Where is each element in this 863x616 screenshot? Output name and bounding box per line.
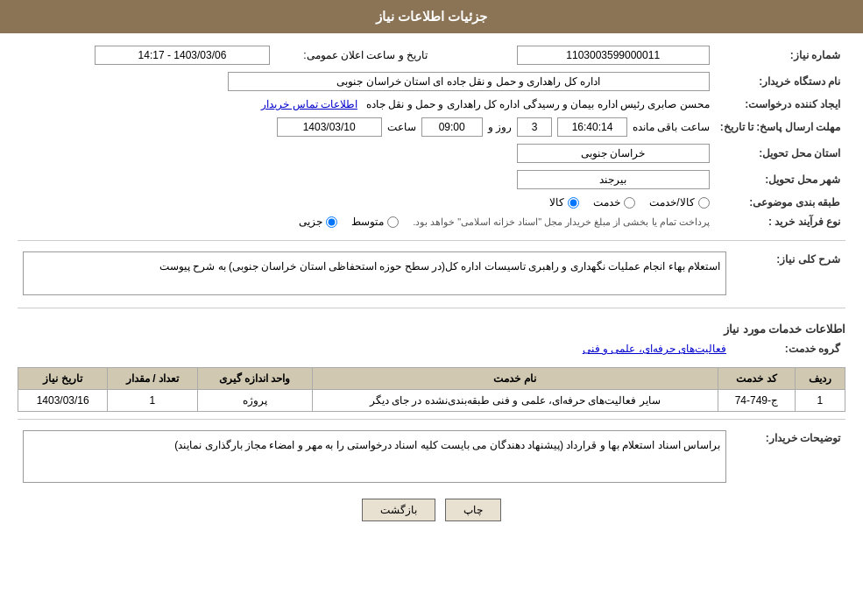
- cell-service-name: سایر فعالیت‌های حرفه‌ای، علمی و فنی طبقه…: [312, 390, 718, 412]
- buyer-org-value: اداره کل راهداری و حمل و نقل جاده ای است…: [228, 72, 710, 91]
- services-section-title: اطلاعات خدمات مورد نیاز: [18, 322, 845, 336]
- service-group-table: گروه خدمت: فعالیت‌های حرفه‌ای، علمی و فن…: [18, 339, 845, 358]
- description-row: شرح کلی نیاز: استعلام بهاء انجام عملیات …: [18, 248, 845, 299]
- category-radio-kala-khedmat[interactable]: [698, 197, 710, 209]
- services-data-table: ردیف کد خدمت نام خدمت واحد اندازه گیری ت…: [18, 367, 845, 412]
- purchase-type-row: نوع فرآیند خرید : متوسط جزیی: [18, 212, 845, 231]
- category-radio-khedmat[interactable]: [624, 197, 635, 209]
- category-option-kala-khedmat[interactable]: کالا/خدمت: [649, 196, 709, 209]
- announce-label: تاریخ و ساعت اعلان عمومی:: [275, 42, 433, 68]
- cell-date: 1403/03/16: [18, 390, 108, 412]
- deadline-time-label: ساعت: [387, 121, 416, 133]
- description-label: شرح کلی نیاز:: [732, 248, 845, 299]
- deadline-days: 3: [517, 117, 552, 137]
- deadline-row: مهلت ارسال پاسخ: تا تاریخ: 1403/03/10 سا…: [18, 114, 845, 140]
- creator-row: ایجاد کننده درخواست: محسن صابری رئیس ادا…: [18, 95, 845, 114]
- description-section: شرح کلی نیاز: استعلام بهاء انجام عملیات …: [18, 240, 845, 299]
- province-value: خراسان جنوبی: [517, 144, 710, 163]
- creator-label: ایجاد کننده درخواست:: [715, 95, 845, 114]
- category-option-khedmat[interactable]: خدمت: [593, 196, 635, 209]
- cell-service-code: ج-749-74: [718, 390, 795, 412]
- category-label-kala: کالا: [549, 196, 564, 209]
- col-service-code: کد خدمت: [718, 368, 795, 390]
- deadline-remaining: 16:40:14: [557, 117, 627, 137]
- need-number-label: شماره نیاز:: [715, 42, 845, 68]
- page-header: جزئیات اطلاعات نیاز: [0, 0, 863, 33]
- announce-value: 1403/03/06 - 14:17: [95, 46, 270, 65]
- cell-unit: پروژه: [197, 390, 312, 412]
- service-group-value[interactable]: فعالیت‌های حرفه‌ای، علمی و فنی: [583, 343, 726, 355]
- services-section: اطلاعات خدمات مورد نیاز گروه خدمت: فعالی…: [18, 308, 845, 412]
- back-button[interactable]: بازگشت: [362, 499, 435, 521]
- category-label-kala-khedmat: کالا/خدمت: [649, 196, 694, 209]
- category-row: طبقه بندی موضوعی: کالا/خدمت خدمت: [18, 193, 845, 212]
- service-group-label: گروه خدمت:: [732, 339, 845, 358]
- need-number-value: 1103003599000011: [517, 46, 710, 65]
- buyer-org-label: نام دستگاه خریدار:: [715, 68, 845, 95]
- category-label: طبقه بندی موضوعی:: [715, 193, 845, 212]
- category-radio-kala[interactable]: [568, 197, 579, 209]
- cell-row-num: 1: [795, 390, 845, 412]
- buyer-notes-text: براساس اسناد استعلام بها و قرارداد (پیشن…: [23, 430, 726, 483]
- col-count: تعداد / مقدار: [108, 368, 197, 390]
- category-radio-group: کالا/خدمت خدمت کالا: [23, 196, 710, 209]
- creator-link[interactable]: اطلاعات تماس خریدار: [261, 98, 357, 110]
- category-label-khedmat: خدمت: [593, 196, 620, 209]
- services-table-header: ردیف کد خدمت نام خدمت واحد اندازه گیری ت…: [18, 368, 845, 390]
- main-info-table: شماره نیاز: 1103003599000011 تاریخ و ساع…: [18, 42, 845, 231]
- purchase-type-option-jozyi[interactable]: جزیی: [299, 216, 337, 228]
- description-text: استعلام بهاء انجام عملیات نگهداری و راهب…: [23, 251, 726, 295]
- deadline-time: 09:00: [421, 117, 483, 137]
- service-group-row: گروه خدمت: فعالیت‌های حرفه‌ای، علمی و فن…: [18, 339, 845, 358]
- buyer-org-row: نام دستگاه خریدار: اداره کل راهداری و حم…: [18, 68, 845, 95]
- city-row: شهر محل تحویل: بیرجند: [18, 166, 845, 193]
- page-wrapper: جزئیات اطلاعات نیاز شماره نیاز: 11030035…: [0, 0, 863, 616]
- buyer-notes-row: توضیحات خریدار: براساس اسناد استعلام بها…: [18, 427, 845, 486]
- description-table: شرح کلی نیاز: استعلام بهاء انجام عملیات …: [18, 248, 845, 299]
- purchase-type-label-jozyi: جزیی: [299, 216, 322, 228]
- category-option-kala[interactable]: کالا: [549, 196, 579, 209]
- purchase-type-note: پرداخت تمام یا بخشی از مبلغ خریدار مجل "…: [413, 216, 710, 228]
- province-label: استان محل تحویل:: [715, 140, 845, 166]
- services-header-row: ردیف کد خدمت نام خدمت واحد اندازه گیری ت…: [18, 368, 845, 390]
- city-value: بیرجند: [517, 170, 710, 189]
- table-row: 1 ج-749-74 سایر فعالیت‌های حرفه‌ای، علمی…: [18, 390, 845, 412]
- button-row: چاپ بازگشت: [18, 499, 845, 521]
- city-label: شهر محل تحویل:: [715, 166, 845, 193]
- purchase-type-label-mutawasit: متوسط: [351, 216, 384, 228]
- cell-count: 1: [108, 390, 197, 412]
- services-table-body: 1 ج-749-74 سایر فعالیت‌های حرفه‌ای، علمی…: [18, 390, 845, 412]
- page-title: جزئیات اطلاعات نیاز: [376, 9, 487, 24]
- purchase-type-radio-mutawasit[interactable]: [387, 216, 399, 228]
- purchase-type-option-mutawasit[interactable]: متوسط: [351, 216, 399, 228]
- buyer-notes-label: توضیحات خریدار:: [732, 427, 845, 486]
- buyer-notes-table: توضیحات خریدار: براساس اسناد استعلام بها…: [18, 427, 845, 486]
- col-service-name: نام خدمت: [312, 368, 718, 390]
- purchase-type-label: نوع فرآیند خرید :: [715, 212, 845, 231]
- col-row-num: ردیف: [795, 368, 845, 390]
- need-number-row: شماره نیاز: 1103003599000011 تاریخ و ساع…: [18, 42, 845, 68]
- province-row: استان محل تحویل: خراسان جنوبی: [18, 140, 845, 166]
- purchase-type-radio-group: متوسط جزیی: [299, 216, 399, 228]
- deadline-remaining-label: ساعت باقی مانده: [633, 121, 710, 133]
- col-date: تاریخ نیاز: [18, 368, 108, 390]
- creator-value: محسن صابری رئیس اداره بیمان و رسیدگی ادا…: [366, 98, 710, 110]
- deadline-label: مهلت ارسال پاسخ: تا تاریخ:: [715, 114, 845, 140]
- deadline-days-label: روز و: [488, 121, 512, 133]
- col-unit: واحد اندازه گیری: [197, 368, 312, 390]
- deadline-date: 1403/03/10: [277, 117, 382, 137]
- purchase-type-radio-jozyi[interactable]: [326, 216, 337, 228]
- page-content: شماره نیاز: 1103003599000011 تاریخ و ساع…: [0, 33, 863, 539]
- print-button[interactable]: چاپ: [445, 499, 501, 521]
- buyer-notes-section: توضیحات خریدار: براساس اسناد استعلام بها…: [18, 419, 845, 486]
